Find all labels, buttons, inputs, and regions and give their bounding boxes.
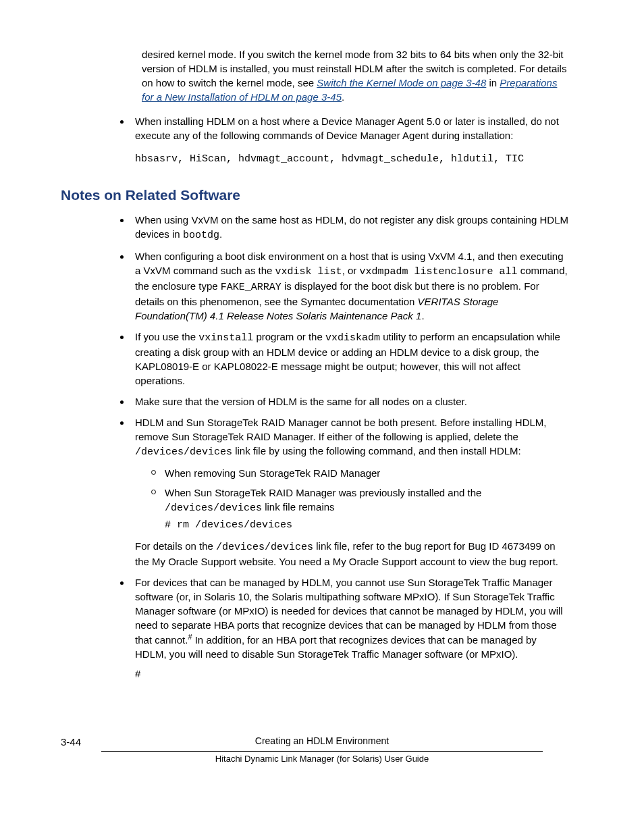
- code: /devices/devices: [165, 502, 262, 514]
- text: When installing HDLM on a host where a D…: [135, 115, 559, 141]
- text: in: [486, 77, 500, 88]
- text: HDLM and Sun StorageTek RAID Manager can…: [135, 417, 547, 442]
- page-footer: 3-44 Creating an HDLM Environment Hitach…: [61, 735, 583, 765]
- list-item: For devices that can be managed by HDLM,…: [131, 575, 570, 681]
- list-item: When using VxVM on the same host as HDLM…: [131, 213, 570, 242]
- link-switch-kernel[interactable]: Switch the Kernel Mode on page 3-48: [317, 77, 486, 88]
- list-item: When Sun StorageTek RAID Manager was pre…: [151, 486, 570, 532]
- text: .: [342, 91, 344, 103]
- code: vxdisk list: [275, 266, 342, 278]
- text: In addition, for an HBA port that recogn…: [135, 634, 537, 660]
- code: vxinstall: [198, 332, 253, 344]
- command: # rm /devices/devices: [165, 518, 570, 532]
- code: /devices/devices: [135, 446, 232, 458]
- sub-list: When removing Sun StorageTek RAID Manage…: [135, 466, 570, 532]
- list-item: If you use the vxinstall program or the …: [131, 330, 570, 388]
- notes-content: When using VxVM on the same host as HDLM…: [142, 213, 570, 681]
- top-bullet-list: When installing HDLM on a host where a D…: [131, 114, 570, 166]
- text: When Sun StorageTek RAID Manager was pre…: [165, 487, 481, 498]
- list-item: When configuring a boot disk environment…: [131, 249, 570, 323]
- section-heading-notes: Notes on Related Software: [61, 185, 583, 205]
- code-commands: hbsasrv, HiScan, hdvmagt_account, hdvmag…: [135, 152, 570, 166]
- text: If you use the: [135, 331, 198, 342]
- notes-list: When using VxVM on the same host as HDLM…: [131, 213, 570, 681]
- text: link file remains: [262, 501, 335, 513]
- footer-divider: [101, 751, 543, 752]
- list-item: HDLM and Sun StorageTek RAID Manager can…: [131, 415, 570, 569]
- footer-subtitle: Hitachi Dynamic Link Manager (for Solari…: [61, 753, 583, 765]
- code: FAKE_ARRAY: [221, 282, 281, 293]
- footer-row: 3-44 Creating an HDLM Environment: [61, 735, 583, 748]
- code: vxdmpadm listenclosure all: [359, 266, 517, 278]
- text: For details on the: [135, 540, 216, 552]
- footer-title: Creating an HDLM Environment: [255, 735, 389, 746]
- text: .: [421, 310, 424, 321]
- list-item: When removing Sun StorageTek RAID Manage…: [151, 466, 570, 480]
- text: link file by using the following command…: [232, 445, 521, 457]
- text: , or: [342, 265, 360, 276]
- page-number: 3-44: [61, 735, 81, 749]
- footnote-marker: #: [135, 667, 570, 681]
- text: Make sure that the version of HDLM is th…: [135, 396, 467, 407]
- paragraph: For details on the /devices/devices link…: [135, 539, 570, 569]
- text: program or the: [253, 331, 325, 342]
- code: bootdg: [183, 230, 219, 241]
- code: vxdiskadm: [325, 332, 380, 344]
- page-content: desired kernel mode. If you switch the k…: [142, 47, 570, 166]
- list-item: When installing HDLM on a host where a D…: [131, 114, 570, 166]
- list-item: Make sure that the version of HDLM is th…: [131, 394, 570, 409]
- text: When removing Sun StorageTek RAID Manage…: [165, 467, 380, 479]
- text: .: [219, 228, 222, 240]
- intro-paragraph: desired kernel mode. If you switch the k…: [142, 47, 570, 104]
- code: /devices/devices: [216, 542, 313, 553]
